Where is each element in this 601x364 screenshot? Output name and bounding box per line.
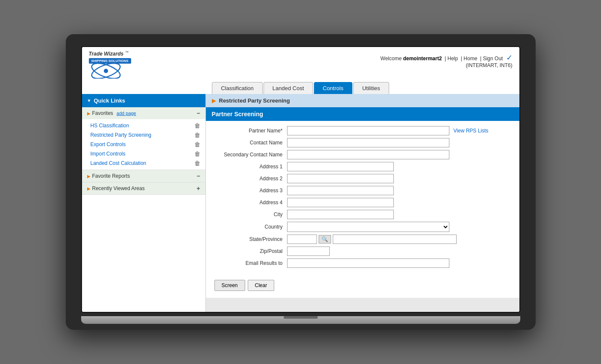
sidebar: ▼ Quick Links ▶ Favorites add page − [82, 94, 206, 312]
checkmark-icon: ✓ [506, 53, 513, 62]
city-label: City [214, 211, 287, 217]
clear-button[interactable]: Clear [248, 280, 275, 291]
favorite-reports-toggle-icon[interactable]: − [196, 173, 200, 179]
trash-icon[interactable]: 🗑 [194, 141, 200, 148]
help-link[interactable]: Help [448, 56, 458, 62]
favorite-reports-label: Favorite Reports [92, 173, 130, 179]
recently-viewed-arrow-icon: ▶ [87, 186, 91, 191]
partner-name-input[interactable] [287, 126, 449, 135]
import-controls-link[interactable]: Import Controls [91, 151, 126, 157]
trash-icon[interactable]: 🗑 [194, 132, 200, 138]
trash-icon[interactable]: 🗑 [194, 160, 200, 167]
recently-viewed-toggle-icon[interactable]: + [196, 185, 200, 192]
secondary-contact-input[interactable] [287, 150, 449, 159]
app-header: Trade Wizards ™ Shipping Solutions [82, 47, 519, 80]
quick-links-header: ▼ Quick Links [82, 94, 205, 107]
partner-name-label: Partner Name* [214, 128, 287, 134]
favorite-reports-header[interactable]: ▶ Favorite Reports − [82, 170, 205, 182]
home-link[interactable]: Home [463, 56, 477, 62]
form-title: Partner Screening [212, 111, 264, 117]
country-label: Country [214, 224, 287, 230]
zip-input[interactable] [287, 247, 330, 256]
tab-landed-cost[interactable]: Landed Cost [264, 82, 313, 94]
favorites-header[interactable]: ▶ Favorites add page − [82, 107, 205, 119]
tab-controls[interactable]: Controls [314, 82, 352, 94]
secondary-contact-row: Secondary Contact Name [214, 150, 511, 159]
contact-name-row: Contact Name [214, 138, 511, 147]
export-controls-link[interactable]: Export Controls [91, 141, 126, 147]
address1-label: Address 1 [214, 164, 287, 170]
address3-label: Address 3 [214, 188, 287, 194]
state-row: State/Province 🔍 [214, 235, 511, 244]
account-info: (INTERMART, INT6) [466, 62, 512, 68]
zip-label: Zip/Postal [214, 248, 287, 254]
favorites-section: ▶ Favorites add page − HS Classification… [82, 107, 205, 170]
country-select[interactable]: United States Canada Mexico United Kingd… [287, 222, 449, 232]
recently-viewed-section: ▶ Recently Viewed Areas + [82, 182, 205, 195]
contact-name-label: Contact Name [214, 140, 287, 146]
sign-out-link[interactable]: Sign Out [483, 56, 503, 62]
welcome-text: Welcome [381, 56, 403, 62]
header-right: Welcome demointermart2 | Help | Home | S… [381, 50, 513, 68]
email-label: Email Results to [214, 260, 287, 266]
favorite-reports-arrow-icon: ▶ [87, 174, 91, 179]
landed-cost-calculation-link[interactable]: Landed Cost Calculation [91, 160, 147, 166]
favorites-links: HS Classification 🗑 Restricted Party Scr… [82, 119, 205, 170]
section-arrow-icon: ▶ [212, 98, 216, 104]
address1-input[interactable] [287, 162, 394, 171]
state-full-input[interactable] [333, 235, 457, 244]
restricted-party-screening-link[interactable]: Restricted Party Screening [91, 132, 152, 138]
search-icon: 🔍 [322, 236, 328, 242]
list-item: Export Controls 🗑 [82, 140, 205, 149]
quick-links-arrow-icon: ▼ [87, 98, 91, 103]
favorite-reports-section: ▶ Favorite Reports − [82, 170, 205, 182]
address2-input[interactable] [287, 174, 394, 183]
svg-point-2 [104, 69, 108, 73]
email-row: Email Results to [214, 258, 511, 268]
form-panel: Partner Screening Partner Name* View RPS… [206, 107, 519, 298]
recently-viewed-header[interactable]: ▶ Recently Viewed Areas + [82, 182, 205, 194]
state-label: State/Province [214, 236, 287, 242]
favorites-label: Favorites [92, 110, 113, 116]
logo-top-text: Trade Wizards ™ [89, 50, 132, 57]
address3-input[interactable] [287, 186, 394, 195]
logo-arc-icon [89, 63, 123, 79]
tab-utilities[interactable]: Utilities [353, 82, 389, 94]
main-content: ▼ Quick Links ▶ Favorites add page − [82, 94, 519, 312]
hs-classification-link[interactable]: HS Classification [91, 123, 129, 129]
favorites-arrow-icon: ▶ [87, 111, 91, 116]
right-panel: ▶ Restricted Party Screening Partner Scr… [206, 94, 519, 312]
form-panel-header: Partner Screening [206, 107, 519, 121]
state-short-input[interactable] [287, 235, 317, 244]
trash-icon[interactable]: 🗑 [194, 150, 200, 157]
screen-button[interactable]: Screen [214, 280, 245, 291]
view-rps-link[interactable]: View RPS Lists [454, 128, 489, 134]
list-item: Landed Cost Calculation 🗑 [82, 159, 205, 168]
list-item: Restricted Party Screening 🗑 [82, 130, 205, 140]
section-title: Restricted Party Screening [219, 97, 290, 104]
partner-name-row: Partner Name* View RPS Lists [214, 126, 511, 135]
address2-label: Address 2 [214, 176, 287, 182]
city-input[interactable] [287, 210, 394, 219]
contact-name-input[interactable] [287, 138, 449, 147]
zip-row: Zip/Postal [214, 247, 511, 256]
state-search-button[interactable]: 🔍 [319, 235, 331, 244]
favorites-toggle-icon[interactable]: − [196, 110, 200, 117]
secondary-contact-label: Secondary Contact Name [214, 152, 287, 158]
logo-area: Trade Wizards ™ Shipping Solutions [89, 50, 132, 80]
username: demointermart2 [403, 56, 442, 62]
tab-classification[interactable]: Classification [212, 82, 263, 94]
add-page-link[interactable]: add page [117, 111, 136, 116]
state-input-group: 🔍 [287, 235, 457, 244]
address4-input[interactable] [287, 198, 394, 207]
form-actions: Screen Clear [206, 276, 519, 298]
email-input[interactable] [287, 258, 449, 268]
list-item: Import Controls 🗑 [82, 149, 205, 159]
nav-tabs: Classification Landed Cost Controls Util… [82, 80, 519, 94]
city-row: City [214, 210, 511, 219]
address1-row: Address 1 [214, 162, 511, 171]
form-body: Partner Name* View RPS Lists Contact Nam… [206, 121, 519, 276]
trash-icon[interactable]: 🗑 [194, 122, 200, 129]
address4-row: Address 4 [214, 198, 511, 207]
country-row: Country United States Canada Mexico Unit… [214, 222, 511, 232]
